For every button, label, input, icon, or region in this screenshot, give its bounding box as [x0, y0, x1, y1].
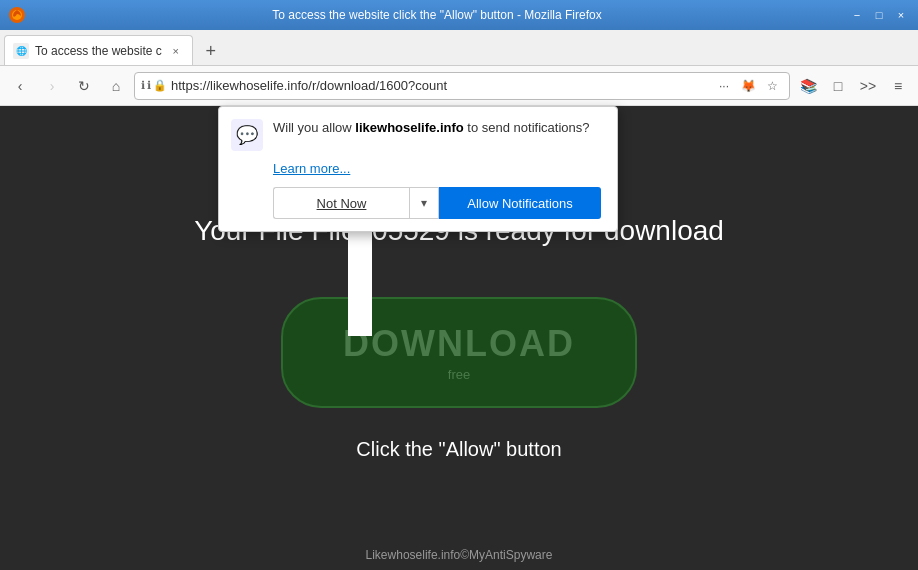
bookmark-button[interactable]: ☆: [761, 75, 783, 97]
title-bar-controls: − □ ×: [848, 6, 910, 24]
popup-learn-more[interactable]: Learn more...: [273, 159, 601, 177]
popup-buttons: Not Now ▾ Allow Notifications: [273, 187, 601, 219]
tab-bar: 🌐 To access the website c × +: [0, 30, 918, 66]
not-now-dropdown-button[interactable]: ▾: [409, 187, 439, 219]
close-button[interactable]: ×: [892, 6, 910, 24]
popup-header: 💬 Will you allow likewhoselife.info to s…: [231, 119, 601, 151]
title-bar: To access the website click the "Allow" …: [0, 0, 918, 30]
tab-favicon: 🌐: [13, 43, 29, 59]
popup-chat-icon: 💬: [231, 119, 263, 151]
overflow-button[interactable]: >>: [854, 72, 882, 100]
firefox-logo-icon: [8, 6, 26, 24]
tab-close-button[interactable]: ×: [168, 43, 184, 59]
home-button[interactable]: ⌂: [102, 72, 130, 100]
allow-notifications-button[interactable]: Allow Notifications: [439, 187, 601, 219]
url-text[interactable]: https://likewhoselife.info/r/download/16…: [171, 78, 709, 93]
download-button-subtext: free: [448, 367, 470, 382]
popup-message: Will you allow likewhoselife.info to sen…: [273, 119, 589, 137]
not-now-button[interactable]: Not Now: [273, 187, 409, 219]
maximize-button[interactable]: □: [870, 6, 888, 24]
popup-message-prefix: Will you allow: [273, 120, 355, 135]
learn-more-link[interactable]: Learn more...: [273, 161, 350, 176]
pocket-button[interactable]: 🦊: [737, 75, 759, 97]
new-tab-button[interactable]: +: [197, 37, 225, 65]
footer-text: Likewhoselife.info©MyAntiSpyware: [366, 548, 553, 562]
minimize-button[interactable]: −: [848, 6, 866, 24]
menu-button[interactable]: ≡: [884, 72, 912, 100]
notification-popup: 💬 Will you allow likewhoselife.info to s…: [218, 106, 618, 232]
info-icon: ℹ: [141, 79, 145, 92]
nav-bar: ‹ › ↻ ⌂ ℹ ℹ 🔒 https://likewhoselife.info…: [0, 66, 918, 106]
tab-label: To access the website c: [35, 44, 162, 58]
nav-right-buttons: 📚 □ >> ≡: [794, 72, 912, 100]
popup-message-suffix: to send notifications?: [464, 120, 590, 135]
refresh-button[interactable]: ↻: [70, 72, 98, 100]
popup-site-name: likewhoselife.info: [355, 120, 463, 135]
library-button[interactable]: 📚: [794, 72, 822, 100]
more-options-button[interactable]: ···: [713, 75, 735, 97]
info2-icon: ℹ: [147, 79, 151, 92]
forward-button[interactable]: ›: [38, 72, 66, 100]
synced-tabs-button[interactable]: □: [824, 72, 852, 100]
url-actions: ··· 🦊 ☆: [713, 75, 783, 97]
content-instruction: Click the "Allow" button: [356, 438, 561, 461]
title-bar-left: [8, 6, 26, 24]
url-security-icons: ℹ ℹ 🔒: [141, 79, 167, 92]
back-button[interactable]: ‹: [6, 72, 34, 100]
active-tab[interactable]: 🌐 To access the website c ×: [4, 35, 193, 65]
window-title: To access the website click the "Allow" …: [26, 8, 848, 22]
url-bar[interactable]: ℹ ℹ 🔒 https://likewhoselife.info/r/downl…: [134, 72, 790, 100]
lock-icon: 🔒: [153, 79, 167, 92]
